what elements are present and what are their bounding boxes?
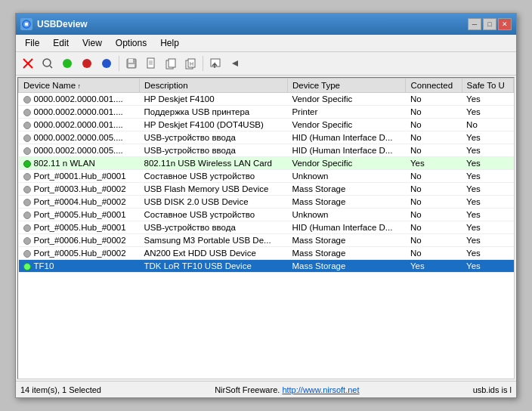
cell-connected: No <box>406 170 462 183</box>
menu-options[interactable]: Options <box>110 36 153 50</box>
cell-safe: No <box>462 119 513 131</box>
svg-point-8 <box>102 59 111 68</box>
main-window: USBDeview ─ □ ✕ File Edit View Options H… <box>15 13 517 398</box>
status-dot <box>23 122 31 129</box>
svg-rect-1 <box>25 23 28 26</box>
table-row[interactable]: Port_#0003.Hub_#0002USB Flash Memory USB… <box>19 183 514 196</box>
toolbar-copy-btn[interactable] <box>162 54 180 73</box>
status-nirsoft-label: NirSoft Freeware. <box>215 385 280 394</box>
table-row[interactable]: Port_#0005.Hub_#0002AN200 Ext HDD USB De… <box>19 247 514 260</box>
col-connected[interactable]: Connected <box>406 79 462 93</box>
cell-safe: Yes <box>462 209 513 221</box>
status-credits: NirSoft Freeware. http://www.nirsoft.net <box>215 385 359 394</box>
cell-device-name: 0000.0002.0000.001.... <box>19 119 140 131</box>
maximize-button[interactable]: □ <box>483 18 496 30</box>
toolbar-copy2-btn[interactable]: H <box>181 54 200 73</box>
cell-safe: Yes <box>462 196 513 209</box>
cell-description: Составное USB устройство <box>140 170 288 183</box>
cell-description: 802.11n USB Wireless LAN Card <box>140 157 288 170</box>
cell-device-name: 0000.0002.0000.001.... <box>19 106 140 119</box>
cell-description: AN200 Ext HDD USB Device <box>140 247 288 260</box>
toolbar-arrow-btn[interactable] <box>226 54 244 73</box>
status-dot <box>23 199 31 206</box>
table-row[interactable]: 0000.0002.0000.001....HP Deskjet F4100Ve… <box>19 93 514 106</box>
toolbar-delete-btn[interactable] <box>19 54 37 73</box>
toolbar-blue-dot-btn[interactable] <box>97 54 116 73</box>
cell-device-name: Port_#0004.Hub_#0002 <box>19 196 140 209</box>
col-device-type[interactable]: Device Type <box>287 79 406 93</box>
cell-device-name: 0000.0002.0000.001.... <box>19 93 140 106</box>
cell-connected: No <box>406 144 462 157</box>
close-button[interactable]: ✕ <box>498 18 512 30</box>
device-table-container[interactable]: Device Name Description Device Type Conn… <box>17 77 515 379</box>
table-row[interactable]: Port_#0005.Hub_#0001Составное USB устрой… <box>19 209 514 221</box>
table-row[interactable]: Port_#0005.Hub_#0001USB-устройство ввода… <box>19 221 514 234</box>
cell-type: Vendor Specific <box>287 157 406 170</box>
cell-connected: No <box>406 119 462 131</box>
menu-help[interactable]: Help <box>154 36 185 50</box>
cell-type: Mass Storage <box>287 234 406 247</box>
cell-safe: Yes <box>462 234 513 247</box>
table-row[interactable]: 0000.0002.0000.001....HP Deskjet F4100 (… <box>19 119 514 131</box>
status-dot <box>23 263 31 270</box>
cell-description: HP Deskjet F4100 (DOT4USB) <box>140 119 288 131</box>
cell-description: Составное USB устройство <box>140 209 288 221</box>
table-row[interactable]: TF10TDK LoR TF10 USB DeviceMass StorageY… <box>19 260 514 273</box>
cell-type: Printer <box>287 106 406 119</box>
cell-type: Unknown <box>287 209 406 221</box>
col-safe[interactable]: Safe To U <box>462 79 513 93</box>
menu-edit[interactable]: Edit <box>47 36 75 50</box>
cell-description: Samsung M3 Portable USB De... <box>140 234 288 247</box>
toolbar-export-btn[interactable] <box>206 54 224 73</box>
table-row[interactable]: Port_#0001.Hub_#0001Составное USB устрой… <box>19 170 514 183</box>
col-description[interactable]: Description <box>140 79 288 93</box>
cell-type: Mass Storage <box>287 247 406 260</box>
cell-device-name: Port_#0005.Hub_#0001 <box>19 221 140 234</box>
cell-type: HID (Human Interface D... <box>287 131 406 144</box>
menu-file[interactable]: File <box>19 36 45 50</box>
status-website-link[interactable]: http://www.nirsoft.net <box>282 385 359 394</box>
cell-device-name: TF10 <box>19 260 140 273</box>
status-dot <box>23 250 31 258</box>
table-row[interactable]: 0000.0002.0000.005....USB-устройство вво… <box>19 131 514 144</box>
cell-description: USB-устройство ввода <box>140 144 288 157</box>
cell-device-name: Port_#0005.Hub_#0001 <box>19 209 140 221</box>
table-row[interactable]: 802.11 n WLAN802.11n USB Wireless LAN Ca… <box>19 157 514 170</box>
status-dot <box>23 186 31 193</box>
cell-device-name: Port_#0001.Hub_#0001 <box>19 170 140 183</box>
status-dot <box>23 96 31 104</box>
status-db-info: usb.ids is l <box>473 385 512 394</box>
table-row[interactable]: 0000.0002.0000.001....Поддержка USB прин… <box>19 106 514 119</box>
menu-view[interactable]: View <box>76 36 108 50</box>
toolbar-search-btn[interactable] <box>39 54 57 73</box>
svg-point-7 <box>82 59 91 68</box>
status-dot <box>23 237 31 245</box>
toolbar-doc-btn[interactable] <box>142 54 160 73</box>
col-device-name[interactable]: Device Name <box>19 79 140 93</box>
table-row[interactable]: Port_#0004.Hub_#0002USB DISK 2.0 USB Dev… <box>19 196 514 209</box>
svg-point-6 <box>63 59 72 68</box>
table-row[interactable]: Port_#0006.Hub_#0002Samsung M3 Portable … <box>19 234 514 247</box>
toolbar-green-dot-btn[interactable] <box>58 54 76 73</box>
toolbar-red-dot-btn[interactable] <box>78 54 96 73</box>
svg-text:H: H <box>190 61 193 66</box>
table-row[interactable]: 0000.0002.0000.005....USB-устройство вво… <box>19 144 514 157</box>
table-header-row: Device Name Description Device Type Conn… <box>19 79 514 93</box>
status-dot <box>23 147 31 155</box>
cell-type: Unknown <box>287 170 406 183</box>
cell-description: HP Deskjet F4100 <box>140 93 288 106</box>
cell-connected: No <box>406 247 462 260</box>
svg-rect-10 <box>128 59 133 63</box>
cell-safe: Yes <box>462 260 513 273</box>
status-dot <box>23 134 31 142</box>
minimize-button[interactable]: ─ <box>468 18 481 30</box>
cell-connected: No <box>406 183 462 196</box>
cell-description: USB-устройство ввода <box>140 131 288 144</box>
toolbar-separator-2 <box>203 56 203 71</box>
svg-marker-22 <box>232 60 238 66</box>
cell-device-name: Port_#0006.Hub_#0002 <box>19 234 140 247</box>
cell-description: USB Flash Memory USB Device <box>140 183 288 196</box>
toolbar-save-btn[interactable] <box>122 54 141 73</box>
cell-connected: No <box>406 221 462 234</box>
menu-bar: File Edit View Options Help <box>16 35 516 52</box>
